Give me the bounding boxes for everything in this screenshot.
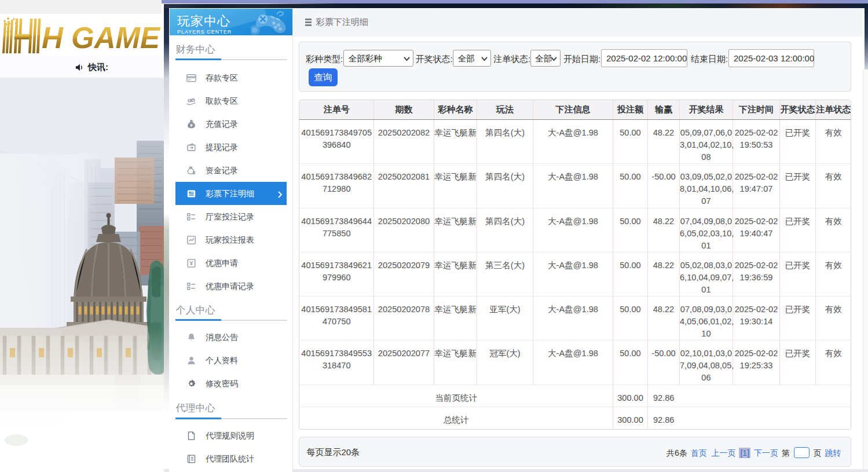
svg-text:¥: ¥ — [190, 123, 193, 128]
svg-text:H GAME: H GAME — [42, 21, 161, 54]
